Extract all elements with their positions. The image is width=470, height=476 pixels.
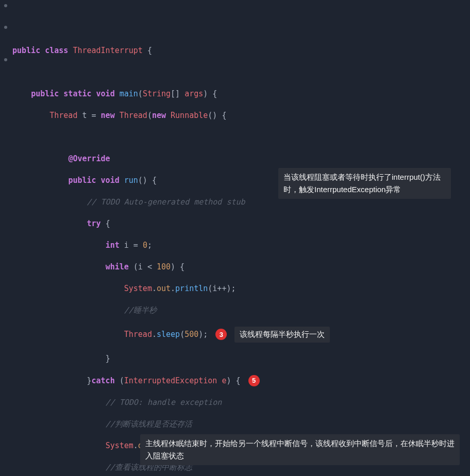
code-line: // TODO: handle exception bbox=[12, 397, 470, 408]
code-line: Thread.sleep(500); 3 该线程每隔半秒执行一次 bbox=[12, 327, 470, 343]
code-line bbox=[12, 132, 470, 143]
annotation-badge-5: 5 bbox=[248, 375, 260, 386]
code-line: Thread t = new Thread(new Runnable() { bbox=[12, 110, 470, 121]
annotation-tooltip-3: 该线程每隔半秒执行一次 bbox=[234, 327, 330, 343]
code-line: int i = 0; bbox=[12, 240, 470, 251]
code-line: @Override bbox=[12, 154, 470, 164]
code-line bbox=[12, 67, 470, 78]
code-line: while (i < 100) { bbox=[12, 262, 470, 273]
code-line: try { bbox=[12, 218, 470, 229]
code-line: System.out.println(i++); bbox=[12, 283, 470, 294]
annotation-tooltip-4: 主线程休眠结束时，开始给另一个线程中断信号，该线程收到中断信号后，在休眠半秒时进… bbox=[140, 434, 460, 465]
annotation-badge-3: 3 bbox=[215, 329, 227, 340]
code-line: public static void main(String[] args) { bbox=[12, 89, 470, 99]
annotation-tooltip-5: 当该线程阻塞或者等待时执行了interrput()方法时，触发Interrput… bbox=[278, 168, 451, 199]
code-line: }catch (InterruptedException e) { 5 bbox=[12, 375, 470, 386]
code-line: //判断该线程是否还存活 bbox=[12, 419, 470, 430]
code-line: } bbox=[12, 353, 470, 364]
code-line: public class ThreadInterrupt { bbox=[12, 45, 470, 56]
code-line: //睡半秒 bbox=[12, 305, 470, 316]
